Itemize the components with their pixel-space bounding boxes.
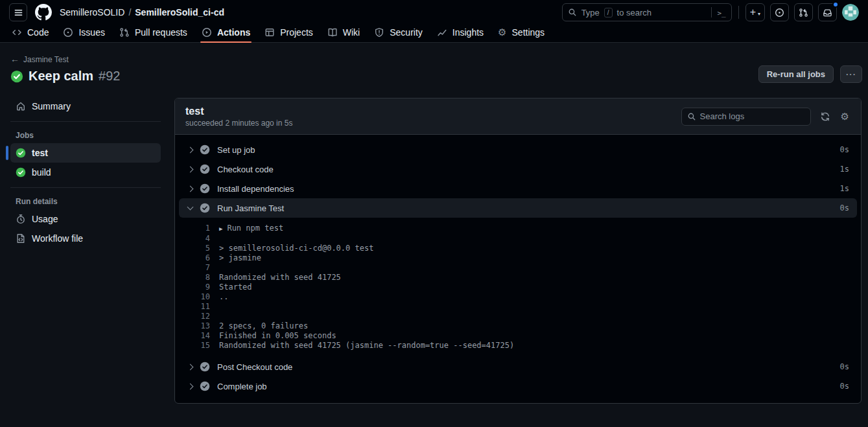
repo-nav-tab[interactable]: Code — [6, 22, 54, 42]
stopwatch-icon — [16, 214, 26, 224]
step-row[interactable]: Install dependencies 1s — [179, 179, 857, 198]
job-log-card: test succeeded 2 minutes ago in 5s ⚙ Set… — [174, 98, 862, 404]
step-row[interactable]: Complete job 0s — [179, 376, 857, 396]
step-row[interactable]: Checkout code 1s — [179, 159, 857, 179]
log-group-caret-icon[interactable]: ▶ — [219, 224, 227, 234]
log-line-number[interactable]: 12 — [188, 312, 210, 321]
search-logs-input[interactable] — [700, 111, 797, 121]
step-duration: 1s — [840, 184, 849, 193]
refresh-logs-button[interactable] — [819, 110, 832, 123]
chevron-icon — [187, 383, 194, 389]
run-title: Keep calm #92 — [10, 69, 161, 84]
sidebar-job-item[interactable]: test — [10, 143, 161, 163]
create-new-button[interactable]: + ▾ — [745, 3, 765, 21]
home-icon — [16, 101, 26, 111]
notifications-button[interactable] — [818, 3, 837, 21]
repo-nav-tab[interactable]: Insights — [432, 22, 489, 42]
log-line-number[interactable]: 1 — [188, 224, 210, 233]
log-line-text: Run npm test — [227, 224, 283, 233]
detail-label: Workflow file — [32, 233, 83, 244]
gear-icon: ⚙ — [498, 27, 506, 37]
log-line-number[interactable]: 11 — [188, 302, 210, 312]
run-details-list: Usage Workflow file — [10, 209, 161, 248]
search-placeholder-suffix: to search — [617, 8, 651, 17]
tab-label: Code — [27, 27, 49, 38]
log-line-number[interactable]: 10 — [188, 292, 210, 302]
notification-dot — [832, 1, 839, 8]
avatar[interactable] — [842, 4, 859, 21]
github-logo-icon[interactable] — [35, 4, 52, 21]
sidebar-detail-item[interactable]: Usage — [10, 209, 161, 229]
issues-global-button[interactable] — [770, 3, 789, 21]
tab-label: Insights — [452, 27, 484, 38]
kebab-icon: ··· — [846, 69, 856, 79]
step-name: Complete job — [217, 382, 833, 391]
step-duration: 0s — [840, 203, 849, 213]
detail-label: Usage — [32, 214, 58, 224]
breadcrumb-repo[interactable]: SemilleroSolid_ci-cd — [135, 7, 224, 17]
repo-nav-tab[interactable]: Pull requests — [114, 22, 193, 42]
jobs-list: test build — [10, 143, 161, 182]
log-line-number[interactable]: 13 — [188, 321, 210, 331]
pull-requests-global-button[interactable] — [794, 3, 813, 21]
step-name: Post Checkout code — [217, 362, 833, 372]
step-check-circle-icon — [200, 362, 210, 372]
log-line-number[interactable]: 8 — [188, 273, 210, 283]
job-name: build — [32, 167, 51, 178]
step-row[interactable]: Post Checkout code 0s — [179, 357, 857, 376]
command-palette-icon[interactable]: >_ — [717, 8, 725, 17]
more-options-button[interactable]: ··· — [840, 65, 862, 83]
repo-nav-tab[interactable]: Security — [369, 22, 428, 42]
rerun-all-jobs-button[interactable]: Re-run all jobs — [758, 65, 834, 83]
header-divider — [738, 6, 739, 19]
log-line: 11 — [188, 302, 857, 312]
step-row[interactable]: Run Jasmine Test 0s — [179, 198, 857, 218]
step-duration: 1s — [840, 165, 849, 174]
check-circle-icon — [16, 167, 26, 178]
log-line-number[interactable]: 5 — [188, 244, 210, 253]
sidebar-job-item[interactable]: build — [10, 163, 161, 182]
step-duration: 0s — [840, 382, 849, 391]
sidebar-item-summary[interactable]: Summary — [10, 97, 161, 116]
job-name: test — [32, 148, 48, 158]
repo-nav-tab[interactable]: Issues — [58, 22, 110, 42]
log-settings-button[interactable]: ⚙ — [839, 110, 850, 123]
gear-icon: ⚙ — [841, 111, 849, 122]
repo-nav-tab[interactable]: ⚙ Settings — [493, 22, 550, 42]
log-line-number[interactable]: 15 — [188, 341, 210, 351]
tab-label: Issues — [78, 27, 104, 38]
log-line-number[interactable]: 14 — [188, 331, 210, 341]
log-line: 10 .. — [188, 292, 857, 302]
step-check-circle-icon — [200, 381, 210, 391]
log-line-text: Randomized with seed 41725 — [219, 273, 341, 283]
chevron-icon — [187, 146, 194, 153]
back-link-workflow[interactable]: ← Jasmine Test — [10, 54, 161, 64]
chevron-icon — [187, 364, 194, 370]
plus-icon: + — [750, 7, 756, 17]
step-check-circle-icon — [200, 183, 210, 194]
step-duration: 0s — [840, 362, 849, 371]
step-name: Checkout code — [217, 165, 833, 174]
file-code-icon — [16, 233, 26, 244]
tab-label: Security — [390, 27, 423, 38]
log-line: 4 — [188, 234, 857, 244]
repo-nav-tab[interactable]: Projects — [259, 22, 318, 42]
step-row[interactable]: Set up job 0s — [179, 140, 857, 159]
log-line-number[interactable]: 6 — [188, 253, 210, 263]
sidebar-detail-item[interactable]: Workflow file — [10, 229, 161, 248]
repo-nav-tab[interactable]: Wiki — [322, 22, 365, 42]
log-output: 1 ▶ Run npm test 4 5 > semillerosolid-ci… — [179, 218, 857, 357]
log-line-number[interactable]: 7 — [188, 263, 210, 273]
check-circle-icon — [16, 148, 26, 158]
graph-icon — [437, 27, 447, 38]
tab-label: Projects — [280, 27, 313, 38]
log-line-text: > jasmine — [219, 253, 261, 263]
hamburger-menu-button[interactable] — [9, 3, 27, 21]
log-line-number[interactable]: 4 — [188, 234, 210, 244]
breadcrumb-org[interactable]: SemilleroSOLID — [60, 7, 124, 17]
global-search-input[interactable]: Type / to search >_ — [562, 3, 732, 21]
tab-label: Actions — [217, 27, 250, 38]
job-status-text: succeeded 2 minutes ago in 5s — [185, 119, 292, 128]
log-line-number[interactable]: 9 — [188, 283, 210, 292]
repo-nav-tab[interactable]: Actions — [196, 22, 255, 42]
